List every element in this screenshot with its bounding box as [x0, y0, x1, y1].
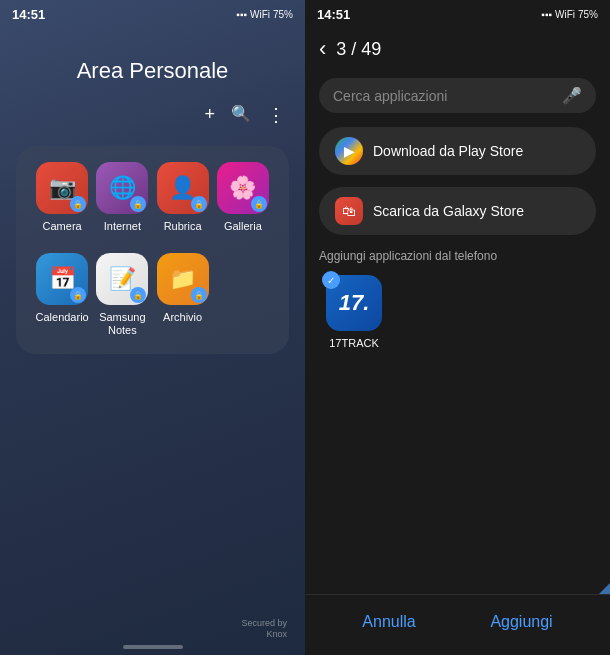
status-icons-right: ▪▪▪ WiFi 75% [541, 9, 598, 20]
lock-badge-samsung-notes: 🔒 [130, 287, 146, 303]
confirm-button[interactable]: Aggiungi [460, 609, 582, 635]
app-icon-galleria: 🌸 🔒 [217, 162, 269, 214]
galaxy-store-icon: 🛍 [335, 197, 363, 225]
galleria-icon: 🌸 [229, 175, 256, 201]
app-icon-samsung-notes: 📝 🔒 [96, 253, 148, 305]
wifi-icon-left: WiFi [250, 9, 270, 20]
app-label-17track: 17TRACK [329, 337, 379, 349]
bottom-actions: Annulla Aggiungi [305, 594, 610, 655]
app-icon-calendario: 📅 🔒 [36, 253, 88, 305]
galaxy-store-button[interactable]: 🛍 Scarica da Galaxy Store [319, 187, 596, 235]
app-icon-17track: ✓ 17. [326, 275, 382, 331]
status-bar-right: 14:51 ▪▪▪ WiFi 75% [305, 0, 610, 28]
app-item-samsung-notes[interactable]: 📝 🔒 Samsung Notes [92, 253, 152, 337]
status-icons-left: ▪▪▪ WiFi 75% [236, 9, 293, 20]
apps-row-1: 📷 🔒 Camera 🌐 🔒 Internet 👤 🔒 Rubrica [32, 162, 273, 233]
section-label: Aggiungi applicazioni dal telefono [305, 241, 610, 269]
play-store-icon: ▶ [335, 137, 363, 165]
apps-grid: 📷 🔒 Camera 🌐 🔒 Internet 👤 🔒 Rubrica [16, 146, 289, 354]
status-bar-left: 14:51 ▪▪▪ WiFi 75% [0, 0, 305, 28]
lock-badge-calendario: 🔒 [70, 287, 86, 303]
app-label-internet: Internet [104, 220, 141, 233]
left-panel: 14:51 ▪▪▪ WiFi 75% Area Personale + 🔍 ⋮ … [0, 0, 305, 655]
rubrica-icon: 👤 [169, 175, 196, 201]
nav-header: ‹ 3 / 49 [305, 28, 610, 70]
app-item-camera[interactable]: 📷 🔒 Camera [32, 162, 92, 233]
signal-icon-left: ▪▪▪ [236, 9, 247, 20]
lock-badge-archivio: 🔒 [191, 287, 207, 303]
page-counter: 3 / 49 [336, 39, 381, 60]
cancel-button[interactable]: Annulla [332, 609, 445, 635]
lock-badge-camera: 🔒 [70, 196, 86, 212]
nav-indicator-left [123, 645, 183, 649]
app-icon-archivio: 📁 🔒 [157, 253, 209, 305]
search-bar[interactable]: Cerca applicazioni 🎤 [319, 78, 596, 113]
17track-icon: 17. [339, 290, 370, 316]
app-item-rubrica[interactable]: 👤 🔒 Rubrica [153, 162, 213, 233]
check-badge-17track: ✓ [322, 271, 340, 289]
search-button[interactable]: 🔍 [231, 104, 251, 126]
left-toolbar: + 🔍 ⋮ [0, 104, 305, 126]
signal-icon-right: ▪▪▪ [541, 9, 552, 20]
search-placeholder: Cerca applicazioni [333, 88, 554, 104]
archivio-icon: 📁 [169, 266, 196, 292]
wifi-icon-right: WiFi [555, 9, 575, 20]
page-title-left: Area Personale [0, 58, 305, 84]
list-item-17track[interactable]: ✓ 17. 17TRACK [319, 275, 389, 349]
lock-badge-galleria: 🔒 [251, 196, 267, 212]
add-button[interactable]: + [204, 104, 215, 126]
right-panel: 14:51 ▪▪▪ WiFi 75% ‹ 3 / 49 Cerca applic… [305, 0, 610, 655]
app-item-internet[interactable]: 🌐 🔒 Internet [92, 162, 152, 233]
app-item-calendario[interactable]: 📅 🔒 Calendario [32, 253, 92, 337]
app-label-archivio: Archivio [163, 311, 202, 324]
galaxy-store-label: Scarica da Galaxy Store [373, 203, 524, 219]
app-item-galleria[interactable]: 🌸 🔒 Galleria [213, 162, 273, 233]
mic-icon[interactable]: 🎤 [562, 86, 582, 105]
play-store-label: Download da Play Store [373, 143, 523, 159]
app-item-archivio[interactable]: 📁 🔒 Archivio [153, 253, 213, 337]
back-button[interactable]: ‹ [319, 36, 326, 62]
app-icon-camera: 📷 🔒 [36, 162, 88, 214]
app-list: ✓ 17. 17TRACK [305, 269, 610, 355]
app-icon-internet: 🌐 🔒 [96, 162, 148, 214]
battery-icon-left: 75% [273, 9, 293, 20]
time-left: 14:51 [12, 7, 45, 22]
lock-badge-internet: 🔒 [130, 196, 146, 212]
apps-row-2: 📅 🔒 Calendario 📝 🔒 Samsung Notes 📁 🔒 Arc… [32, 253, 273, 337]
app-label-camera: Camera [43, 220, 82, 233]
app-label-calendario: Calendario [36, 311, 89, 324]
camera-icon: 📷 [49, 175, 76, 201]
app-label-samsung-notes: Samsung Notes [92, 311, 152, 337]
secured-by-text: Secured by Knox [241, 618, 287, 641]
time-right: 14:51 [317, 7, 350, 22]
app-label-galleria: Galleria [224, 220, 262, 233]
app-icon-rubrica: 👤 🔒 [157, 162, 209, 214]
more-button[interactable]: ⋮ [267, 104, 285, 126]
play-store-button[interactable]: ▶ Download da Play Store [319, 127, 596, 175]
lock-badge-rubrica: 🔒 [191, 196, 207, 212]
battery-icon-right: 75% [578, 9, 598, 20]
app-label-rubrica: Rubrica [164, 220, 202, 233]
